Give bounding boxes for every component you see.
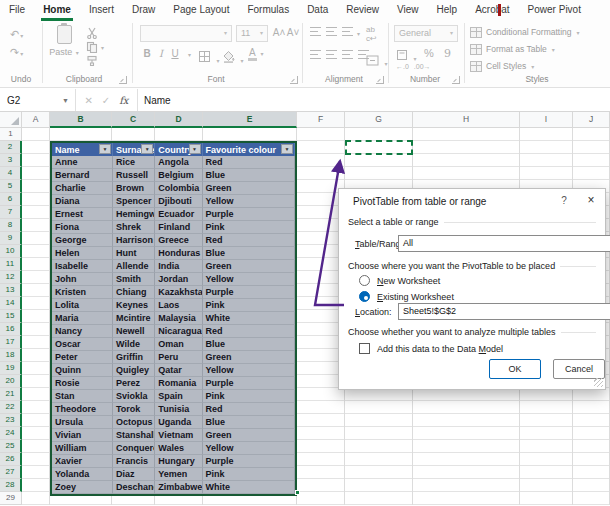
align-left-icon[interactable] [310,50,321,59]
table-cell[interactable]: Pink [203,390,295,403]
row-header-3[interactable]: 3 [0,154,22,167]
cell-styles-button[interactable]: Cell Styles ▾ [470,59,534,73]
merge-center-button[interactable]: ▾ [366,52,387,70]
table-cell[interactable]: Peter [52,351,113,364]
table-cell[interactable]: Bernard [52,169,113,182]
cut-button[interactable] [86,27,98,39]
table-cell[interactable]: Oscar [52,338,113,351]
wrap-text-button[interactable]: abc↩ [366,25,377,43]
data-model-label[interactable]: Add this data to the Data Model [377,344,503,354]
table-cell[interactable]: Kristen [52,286,113,299]
column-header-i[interactable]: I [520,112,573,128]
data-table[interactable]: Name▼Surname▼Country▼Favourite colour▼ A… [50,141,297,496]
table-cell[interactable]: Spain [155,390,202,403]
row-header-18[interactable]: 18 [0,349,22,362]
decrease-indent-icon[interactable] [342,50,353,59]
underline-chevron[interactable]: ▾ [182,48,196,59]
table-cell[interactable]: Rosie [52,377,113,390]
table-cell[interactable]: Hungary [155,455,202,468]
paste-button[interactable]: Paste ▾ [48,25,80,71]
table-cell[interactable]: Allende [113,260,155,273]
filter-dropdown-icon[interactable]: ▼ [281,144,293,154]
table-cell[interactable]: Blue [203,169,295,182]
table-cell[interactable]: Diana [52,195,113,208]
conditional-formatting-button[interactable]: Conditional Formatting ▾ [470,25,580,39]
table-cell[interactable]: Green [203,182,295,195]
font-dialog-launcher[interactable] [290,76,298,84]
table-cell[interactable]: Kazakhstan [155,286,202,299]
table-cell[interactable]: Sviokla [113,390,155,403]
table-cell[interactable]: George [52,234,113,247]
table-cell[interactable]: Purple [203,208,295,221]
row-header-26[interactable]: 26 [0,453,22,466]
shrink-font-button[interactable]: A˅ [286,27,300,38]
row-header-24[interactable]: 24 [0,427,22,440]
row-header-1[interactable]: 1 [0,128,22,141]
table-cell[interactable]: Mcintire [113,312,155,325]
table-cell[interactable]: Shrek [113,221,155,234]
filter-dropdown-icon[interactable]: ▼ [189,144,201,154]
filter-dropdown-icon[interactable]: ▼ [99,144,111,154]
table-header-country[interactable]: Country▼ [155,143,202,156]
underline-button[interactable]: U [168,48,182,59]
ok-button[interactable]: OK [489,359,541,379]
ribbon-tab-file[interactable]: File [0,0,34,21]
row-header-7[interactable]: 7 [0,206,22,219]
data-model-checkbox[interactable] [359,343,370,354]
table-cell[interactable]: Yellow [203,195,295,208]
column-header-e[interactable]: E [203,112,297,128]
table-cell[interactable]: Peru [155,351,202,364]
table-cell[interactable]: Zimbabwe [155,481,202,494]
table-cell[interactable]: Stanshall [113,429,155,442]
table-cell[interactable]: Wales [155,442,202,455]
bold-button[interactable]: B [140,48,154,59]
table-cell[interactable]: Laos [155,299,202,312]
table-cell[interactable]: Deschanel [113,481,155,494]
table-cell[interactable]: Octopus [113,416,155,429]
table-cell[interactable]: Red [203,234,295,247]
table-cell[interactable]: Honduras [155,247,202,260]
table-cell[interactable]: Blue [203,338,295,351]
table-cell[interactable]: Greece [155,234,202,247]
table-cell[interactable]: Purple [203,377,295,390]
table-cell[interactable]: Francis [113,455,155,468]
percent-style-button[interactable]: % [424,47,434,59]
table-cell[interactable]: Xavier [52,455,113,468]
table-cell[interactable]: Green [203,351,295,364]
table-cell[interactable]: Quinn [52,364,113,377]
table-cell[interactable]: Conqueror [113,442,155,455]
table-cell[interactable]: Belgium [155,169,202,182]
table-cell[interactable]: Yolanda [52,468,113,481]
font-size-combo[interactable]: 11▾ [236,25,268,42]
row-header-8[interactable]: 8 [0,219,22,232]
format-painter-button[interactable] [86,55,98,67]
row-header-5[interactable]: 5 [0,180,22,193]
table-cell[interactable]: Diaz [113,468,155,481]
table-header-name[interactable]: Name▼ [52,143,113,156]
column-header-g[interactable]: G [345,112,413,128]
font-name-combo[interactable]: ▾ [140,25,232,42]
ribbon-tab-draw[interactable]: Draw [123,0,164,21]
table-cell[interactable]: Uganda [155,416,202,429]
ribbon-tab-formulas[interactable]: Formulas [238,0,298,21]
help-icon[interactable]: ? [557,195,571,206]
table-cell[interactable]: Charlie [52,182,113,195]
table-cell[interactable]: Spencer [113,195,155,208]
row-header-13[interactable]: 13 [0,284,22,297]
existing-worksheet-radio[interactable] [359,291,370,302]
table-cell[interactable]: Nicaragua [155,325,202,338]
row-header-15[interactable]: 15 [0,310,22,323]
table-cell[interactable]: Perez [113,377,155,390]
row-header-6[interactable]: 6 [0,193,22,206]
orientation-icon[interactable] [342,27,353,36]
ribbon-tab-home[interactable]: Home [34,0,80,21]
table-cell[interactable]: Hemingway [113,208,155,221]
table-cell[interactable]: Djibouti [155,195,202,208]
table-cell[interactable]: Tunisia [155,403,202,416]
table-cell[interactable]: Colombia [155,182,202,195]
table-cell[interactable]: Ernest [52,208,113,221]
row-header-17[interactable]: 17 [0,336,22,349]
table-cell[interactable]: Pink [203,299,295,312]
column-header-a[interactable]: A [22,112,50,128]
table-cell[interactable]: Harrison [113,234,155,247]
